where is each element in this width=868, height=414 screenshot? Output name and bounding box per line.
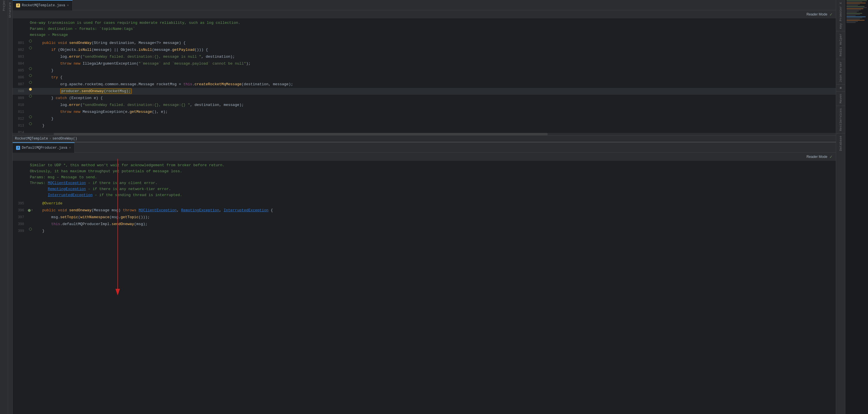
breadcrumb-method[interactable]: sendOneWay(): [52, 137, 77, 141]
code-content-808[interactable]: producer.sendOneway(rocketMsg);: [33, 88, 836, 95]
code-content-812[interactable]: }: [33, 115, 836, 122]
code-content-395[interactable]: @Override: [33, 200, 836, 207]
code-line-810: 810 log.error("sendOneWay failed. destin…: [12, 101, 836, 109]
minimap: [845, 0, 868, 414]
bottom-tab-label: DefaultMQProducer.java: [22, 146, 67, 150]
code-line-396: 396 ↑ public void sendOneway(Message msg…: [12, 207, 836, 214]
gutter-circle-807: [29, 81, 32, 84]
code-line-802: 802 if (Objects.isNull(message) || Objec…: [12, 47, 836, 53]
bottom-doc-line-1: Similar to UDP *, this method won't wait…: [30, 162, 836, 169]
gutter-812: [28, 115, 33, 118]
code-line-803: 803 log.error("sendOneWay failed. destin…: [12, 53, 836, 60]
code-content-801[interactable]: public void sendOneWay(String destinatio…: [33, 40, 836, 47]
line-num-811: 811: [12, 109, 28, 115]
code-content-814[interactable]: [33, 129, 836, 133]
right-panel-database[interactable]: Database: [838, 134, 844, 153]
bottom-doc-line-3: Params: msg – Message to send.: [30, 175, 836, 181]
code-content-397[interactable]: msg.setTopic(withNamespace(msg.getTopic(…: [33, 214, 836, 221]
code-content-810[interactable]: log.error("sendOneWay failed. destinatio…: [33, 101, 836, 109]
line-num-396: 396: [12, 207, 28, 214]
breadcrumb-class[interactable]: RocketMQTemplate: [15, 137, 48, 141]
line-num-398: 398: [12, 221, 28, 228]
gutter-805: [28, 67, 33, 70]
code-line-395: 395 @Override: [12, 200, 836, 207]
bottom-code-area: 395 @Override 396 ↑ public void: [12, 200, 836, 414]
right-panel-key-promoter[interactable]: Key Promoter X: [838, 0, 844, 31]
code-content-399[interactable]: }: [33, 228, 836, 235]
java-file-icon: J: [16, 3, 20, 7]
top-tab[interactable]: J RocketMQTemplate.java ×: [12, 0, 73, 10]
bottom-tab-close[interactable]: ×: [69, 146, 71, 150]
structure-sidebar: Structure: [8, 0, 12, 414]
right-panel-maven[interactable]: Maven: [838, 92, 844, 106]
top-reader-bar: Reader Mode ✓: [12, 10, 836, 19]
gutter-809: [28, 95, 33, 98]
code-line-806: 806 try {: [12, 74, 836, 81]
gutter-circle-805: [29, 67, 32, 70]
center-column: J RocketMQTemplate.java × Rea: [12, 0, 836, 414]
line-num-397: 397: [12, 214, 28, 221]
gutter-802: [28, 47, 33, 49]
code-content-804[interactable]: throw new IllegalArgumentException("`mes…: [33, 60, 836, 67]
top-doc-comment: One-way transmission is used for cases r…: [12, 19, 836, 40]
breadcrumb-bar: RocketMQTemplate › sendOneWay(): [12, 135, 836, 142]
code-line-811: 811 throw new MessagingException(e.getMe…: [12, 109, 836, 115]
line-num-809: 809: [12, 95, 28, 101]
code-content-813[interactable]: }: [33, 122, 836, 129]
bottom-tab[interactable]: J DefaultMQProducer.java ×: [12, 142, 74, 153]
java-file-icon-2: J: [16, 146, 20, 150]
code-content-396[interactable]: public void sendOneway(Message msg) thro…: [33, 207, 836, 214]
top-tab-close[interactable]: ×: [67, 4, 69, 7]
line-num-806: 806: [12, 74, 28, 81]
line-num-803: 803: [12, 53, 28, 60]
right-panel-m[interactable]: m: [838, 85, 844, 91]
line-num-812: 812: [12, 115, 28, 122]
top-code-lines: 801 public void sendOneWay(String destin…: [12, 40, 836, 133]
gutter-green-396: [28, 209, 31, 212]
top-editor-panel: Reader Mode ✓ One-way transmission is us…: [12, 10, 836, 142]
gutter-396: ↑: [28, 207, 33, 214]
top-h-scrollbar[interactable]: [12, 133, 836, 135]
reader-mode-button[interactable]: Reader Mode: [807, 12, 828, 17]
gutter-circle-801: [29, 40, 32, 42]
breadcrumb-sep1: ›: [49, 137, 51, 141]
code-line-812: 812 }: [12, 115, 836, 122]
bottom-reader-checkmark: ✓: [830, 154, 832, 159]
code-content-807[interactable]: org.apache.rocketmq.common.message.Messa…: [33, 81, 836, 88]
structure-label[interactable]: Structure: [8, 0, 12, 20]
reader-checkmark: ✓: [830, 11, 832, 17]
gutter-808: [28, 88, 33, 91]
code-content-398[interactable]: this.defaultMQProducerImpl.sendOneway(ms…: [33, 221, 836, 228]
right-panel-json[interactable]: Json Parser: [838, 59, 844, 85]
project-icon[interactable]: Project: [1, 2, 7, 8]
gutter-circle-806: [29, 74, 32, 77]
code-content-802[interactable]: if (Objects.isNull(message) || Objects.i…: [33, 47, 836, 53]
code-line-813: 813 }: [12, 122, 836, 129]
bottom-editor-panel: Reader Mode ✓ Similar to UDP *, this met…: [12, 153, 836, 414]
bottom-code-lines: 395 @Override 396 ↑ public void: [12, 200, 836, 235]
right-panel-rest[interactable]: RestServices: [838, 106, 844, 133]
line-num-804: 804: [12, 60, 28, 67]
code-content-809[interactable]: } catch (Exception e) {: [33, 95, 836, 101]
bottom-reader-mode-button[interactable]: Reader Mode: [807, 155, 828, 159]
top-tab-bar: J RocketMQTemplate.java ×: [12, 0, 836, 10]
line-num-810: 810: [12, 101, 28, 109]
code-content-805[interactable]: }: [33, 67, 836, 74]
doc-line-2: Params: destination – formats: `topicNam…: [30, 26, 836, 32]
code-content-803[interactable]: log.error("sendOneWay failed. destinatio…: [33, 53, 836, 60]
gutter-circle-812: [29, 115, 32, 118]
bottom-doc-comment: Similar to UDP *, this method won't wait…: [12, 161, 836, 200]
right-panel-redis[interactable]: Redis Helper: [838, 31, 844, 59]
code-content-811[interactable]: throw new MessagingException(e.getMessag…: [33, 109, 836, 115]
code-line-399: 399 }: [12, 228, 836, 235]
bottom-doc-line-5: RemotingException – if there is any netw…: [30, 186, 836, 193]
gutter-circle-809: [29, 95, 32, 98]
line-num-802: 802: [12, 47, 28, 53]
code-line-804: 804 throw new IllegalArgumentException("…: [12, 60, 836, 67]
gutter-circle-399: [29, 228, 32, 231]
code-content-806[interactable]: try {: [33, 74, 836, 81]
line-num-399: 399: [12, 228, 28, 235]
code-line-801: 801 public void sendOneWay(String destin…: [12, 40, 836, 47]
left-sidebar: Project: [0, 0, 8, 414]
bottom-doc-line-2: Obviously, it has maximum throughput yet…: [30, 169, 836, 175]
